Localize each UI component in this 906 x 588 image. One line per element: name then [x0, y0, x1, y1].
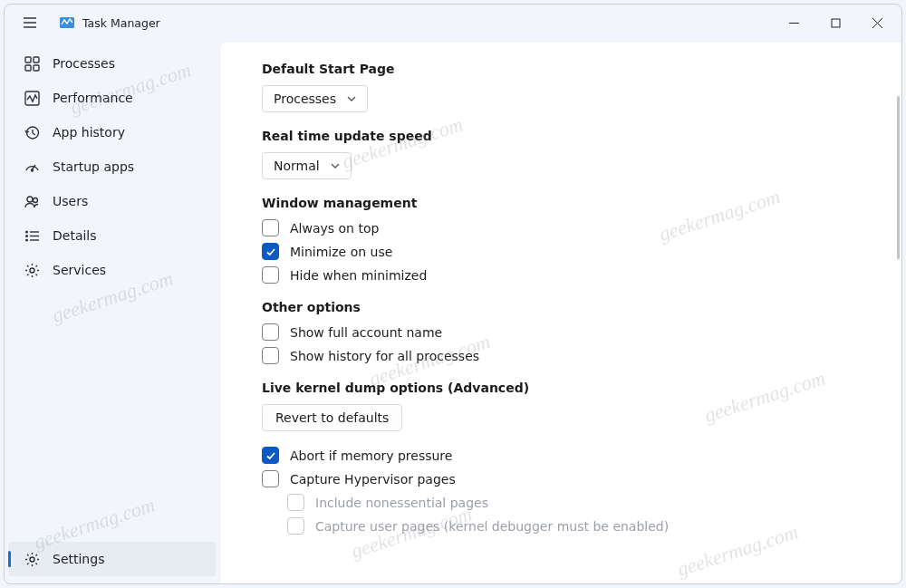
gear-icon	[24, 263, 40, 278]
minimize-button[interactable]	[773, 8, 814, 37]
include-nonessential-checkbox	[287, 494, 304, 511]
hide-when-minimized-checkbox[interactable]	[262, 266, 279, 284]
svg-rect-10	[25, 65, 31, 71]
list-icon	[24, 228, 40, 244]
checkbox-label: Show history for all processes	[290, 349, 479, 363]
sidebar-item-users[interactable]: Users	[8, 184, 216, 218]
maximize-button[interactable]	[814, 8, 856, 37]
svg-point-16	[27, 197, 33, 202]
minimize-on-use-checkbox[interactable]	[262, 243, 279, 260]
sidebar: Processes Performance App history Startu…	[5, 41, 219, 583]
checkbox-row-all-history: Show history for all processes	[262, 347, 860, 364]
checkbox-label: Show full account name	[290, 325, 442, 340]
titlebar: Task Manager	[5, 5, 901, 41]
sidebar-item-label: App history	[53, 125, 125, 140]
sidebar-item-label: Details	[53, 228, 97, 243]
window-body: Processes Performance App history Startu…	[5, 41, 901, 583]
section-title-window-mgmt: Window management	[262, 196, 860, 210]
sidebar-item-label: Users	[53, 194, 88, 208]
checkbox-label: Always on top	[290, 221, 379, 236]
svg-rect-5	[832, 19, 840, 27]
svg-point-15	[32, 169, 34, 171]
checkbox-row-full-name: Show full account name	[262, 323, 860, 341]
show-full-name-checkbox[interactable]	[262, 323, 279, 341]
sidebar-item-label: Startup apps	[53, 159, 134, 174]
svg-rect-9	[34, 57, 39, 63]
svg-rect-11	[34, 65, 39, 71]
checkbox-row-always-on-top: Always on top	[262, 219, 860, 236]
svg-point-22	[26, 239, 28, 241]
capture-hypervisor-checkbox[interactable]	[262, 470, 279, 487]
sidebar-item-performance[interactable]: Performance	[8, 81, 216, 115]
show-all-history-checkbox[interactable]	[262, 347, 279, 364]
svg-point-24	[30, 268, 34, 273]
button-label: Revert to defaults	[275, 410, 389, 425]
checkbox-label: Include nonessential pages	[315, 496, 488, 510]
dropdown-value: Normal	[274, 159, 320, 173]
hamburger-menu-button[interactable]	[17, 10, 43, 35]
speedometer-icon	[24, 159, 40, 175]
chevron-down-icon	[347, 94, 356, 103]
section-title-update-speed: Real time update speed	[262, 129, 860, 143]
checkbox-row-capture-user: Capture user pages (kernel debugger must…	[287, 517, 860, 535]
app-title: Task Manager	[82, 16, 160, 30]
scrollbar[interactable]	[896, 96, 900, 574]
app-icon	[59, 14, 75, 31]
svg-point-17	[34, 198, 38, 202]
sidebar-item-label: Services	[53, 263, 106, 277]
users-icon	[24, 194, 40, 209]
chevron-down-icon	[331, 161, 340, 170]
sidebar-item-details[interactable]: Details	[8, 218, 216, 253]
checkbox-row-hide-minimized: Hide when minimized	[262, 266, 860, 284]
checkbox-label: Capture Hypervisor pages	[290, 472, 456, 487]
sidebar-item-label: Performance	[53, 91, 133, 105]
checkbox-row-abort-mem: Abort if memory pressure	[262, 447, 860, 464]
abort-memory-checkbox[interactable]	[262, 447, 279, 464]
svg-point-18	[26, 231, 28, 233]
dropdown-value: Processes	[274, 92, 336, 106]
window-controls	[773, 8, 898, 37]
checkbox-row-minimize-on-use: Minimize on use	[262, 243, 860, 260]
settings-icon	[24, 552, 40, 567]
svg-rect-8	[25, 57, 31, 63]
section-title-kernel: Live kernel dump options (Advanced)	[262, 381, 860, 395]
checkbox-label: Hide when minimized	[290, 268, 427, 283]
check-icon	[265, 450, 276, 461]
update-speed-dropdown[interactable]: Normal	[262, 152, 352, 179]
close-button[interactable]	[856, 8, 898, 37]
sidebar-item-settings[interactable]: Settings	[8, 542, 216, 576]
settings-content: Default Start Page Processes Real time u…	[219, 41, 901, 583]
checkbox-label: Abort if memory pressure	[290, 448, 452, 463]
sidebar-item-startup-apps[interactable]: Startup apps	[8, 149, 216, 184]
pulse-icon	[24, 91, 40, 106]
section-title-other: Other options	[262, 300, 860, 314]
grid-icon	[24, 56, 40, 72]
always-on-top-checkbox[interactable]	[262, 219, 279, 236]
checkbox-label: Capture user pages (kernel debugger must…	[315, 519, 669, 534]
sidebar-item-processes[interactable]: Processes	[8, 46, 216, 81]
sidebar-item-label: Settings	[53, 552, 104, 566]
default-start-page-dropdown[interactable]: Processes	[262, 85, 368, 112]
sidebar-item-label: Processes	[53, 56, 115, 71]
checkbox-row-include-noness: Include nonessential pages	[287, 494, 860, 511]
svg-point-25	[30, 557, 34, 562]
checkbox-label: Minimize on use	[290, 245, 392, 259]
task-manager-window: Task Manager Processes Performance App h…	[4, 4, 902, 584]
section-title-start-page: Default Start Page	[262, 62, 860, 76]
sidebar-item-app-history[interactable]: App history	[8, 115, 216, 149]
capture-user-checkbox	[287, 517, 304, 535]
checkbox-row-capture-hv: Capture Hypervisor pages	[262, 470, 860, 487]
sidebar-item-services[interactable]: Services	[8, 253, 216, 287]
revert-defaults-button[interactable]: Revert to defaults	[262, 404, 402, 431]
history-icon	[24, 125, 40, 140]
check-icon	[265, 246, 276, 257]
svg-point-20	[26, 235, 28, 236]
